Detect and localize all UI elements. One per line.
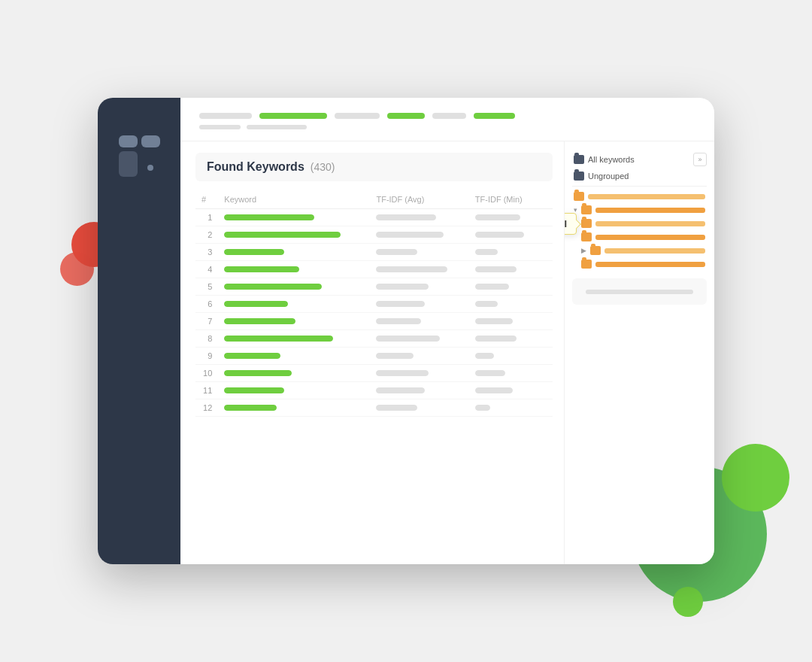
nav-tab-3[interactable]: [335, 113, 380, 119]
folder-orange-5: [590, 246, 601, 255]
table-row[interactable]: 10: [195, 365, 553, 382]
cell-min-4: [469, 261, 553, 278]
cell-keyword-3: [218, 244, 370, 261]
cell-num-1: 1: [195, 209, 218, 226]
nav-tab-5[interactable]: [432, 113, 466, 119]
col-header-avg: TF-IDF (Avg): [370, 190, 468, 209]
group-bar-5: [604, 248, 705, 254]
cell-min-12: [469, 399, 553, 417]
nav-tab-6[interactable]: [474, 113, 515, 119]
table-row[interactable]: 5: [195, 278, 553, 296]
table-row[interactable]: 2: [195, 226, 553, 244]
cell-num-2: 2: [195, 226, 218, 244]
group-bar-2: [595, 208, 705, 213]
main-content: Found Keywords (430) # Keyword TF-IDF (A…: [180, 98, 714, 564]
cell-min-1: [469, 209, 553, 226]
cell-keyword-11: [218, 382, 370, 399]
content-area: Found Keywords (430) # Keyword TF-IDF (A…: [180, 141, 714, 564]
cell-avg-9: [370, 348, 468, 365]
decorative-circle-green-medium: [722, 444, 789, 512]
sidebar-logo: [119, 135, 160, 177]
logo-sq-2: [141, 135, 160, 147]
cell-avg-1: [370, 209, 468, 226]
cell-keyword-5: [218, 278, 370, 296]
cell-min-11: [469, 382, 553, 399]
group-item-5[interactable]: ▶: [572, 244, 707, 257]
table-row[interactable]: 4: [195, 261, 553, 278]
ungrouped-item[interactable]: Ungrouped: [572, 169, 707, 183]
cell-keyword-6: [218, 296, 370, 313]
cell-avg-3: [370, 244, 468, 261]
cell-num-7: 7: [195, 313, 218, 330]
main-card: Found Keywords (430) # Keyword TF-IDF (A…: [98, 98, 714, 564]
cell-min-9: [469, 348, 553, 365]
logo-sq-3: [119, 151, 138, 177]
cell-min-8: [469, 330, 553, 348]
table-row[interactable]: 9: [195, 348, 553, 365]
all-keywords-item[interactable]: All keywords: [572, 153, 636, 166]
cell-min-5: [469, 278, 553, 296]
table-row[interactable]: 3: [195, 244, 553, 261]
cell-avg-11: [370, 382, 468, 399]
footer-bar: [586, 290, 693, 294]
group-item-tooltip[interactable]: best seo tool: [572, 217, 707, 230]
section-header: Found Keywords (430): [195, 153, 553, 181]
cell-min-3: [469, 244, 553, 261]
cell-min-6: [469, 296, 553, 313]
keywords-section: Found Keywords (430) # Keyword TF-IDF (A…: [180, 141, 564, 564]
cell-keyword-2: [218, 226, 370, 244]
table-row[interactable]: 6: [195, 296, 553, 313]
cell-avg-6: [370, 296, 468, 313]
group-item-1[interactable]: [572, 190, 707, 203]
nav-tab-4[interactable]: [387, 113, 425, 119]
groups-footer: [572, 278, 707, 305]
ungrouped-label: Ungrouped: [588, 172, 629, 181]
col-header-num: #: [195, 190, 218, 209]
folder-orange-6: [581, 260, 592, 269]
group-item-4[interactable]: [572, 230, 707, 244]
cell-num-8: 8: [195, 330, 218, 348]
cell-keyword-10: [218, 365, 370, 382]
cell-num-5: 5: [195, 278, 218, 296]
cell-num-4: 4: [195, 261, 218, 278]
expand-icon-5[interactable]: ▶: [581, 247, 586, 254]
cell-avg-4: [370, 261, 468, 278]
cell-min-10: [469, 365, 553, 382]
cell-keyword-9: [218, 348, 370, 365]
cell-min-2: [469, 226, 553, 244]
table-row[interactable]: 8: [195, 330, 553, 348]
nav-tab-1[interactable]: [199, 113, 252, 119]
group-divider-1: [572, 186, 707, 187]
group-item-6[interactable]: [572, 257, 707, 271]
group-header-row: All keywords »: [572, 153, 707, 166]
cell-num-6: 6: [195, 296, 218, 313]
group-bar-6: [595, 262, 705, 267]
group-item-2[interactable]: ▾: [572, 203, 707, 217]
folder-orange-1: [574, 192, 584, 201]
nav-subtab-2: [247, 125, 307, 129]
table-row[interactable]: 11: [195, 382, 553, 399]
col-header-min: TF-IDF (Min): [469, 190, 553, 209]
cell-num-9: 9: [195, 348, 218, 365]
table-row[interactable]: 1: [195, 209, 553, 226]
chevron-button[interactable]: »: [693, 153, 707, 166]
table-row[interactable]: 7: [195, 313, 553, 330]
folder-all-keywords-icon: [574, 155, 584, 164]
logo-dot: [147, 165, 153, 171]
cell-keyword-4: [218, 261, 370, 278]
col-header-keyword: Keyword: [218, 190, 370, 209]
nav-subtab-1: [199, 125, 241, 129]
cell-keyword-12: [218, 399, 370, 417]
nav-tab-2[interactable]: [259, 113, 327, 119]
cell-num-11: 11: [195, 382, 218, 399]
cell-keyword-8: [218, 330, 370, 348]
group-bar-3: [595, 221, 705, 226]
cell-avg-10: [370, 365, 468, 382]
table-row[interactable]: 12: [195, 399, 553, 417]
group-bar-4: [595, 235, 705, 240]
logo-sq-1: [119, 135, 138, 147]
folder-ungrouped-icon: [574, 172, 584, 181]
keywords-table: # Keyword TF-IDF (Avg) TF-IDF (Min) 1234…: [195, 190, 553, 417]
cell-keyword-1: [218, 209, 370, 226]
groups-sidebar: All keywords » Ungrouped ▾: [564, 141, 714, 564]
